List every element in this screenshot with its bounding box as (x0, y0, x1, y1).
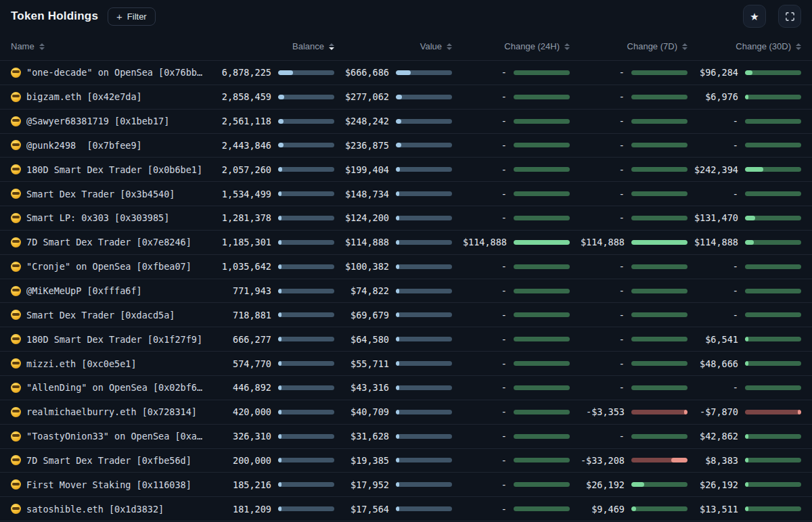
table-row[interactable]: satoshible.eth [0x1d3832] 181,209 $17,56… (0, 497, 812, 521)
table-row[interactable]: First Mover Staking [0x116038] 185,216 $… (0, 473, 812, 497)
value-bar (396, 143, 452, 147)
holder-name: mizzi.eth [0xc0e5e1] (26, 358, 137, 369)
holder-name: 180D Smart Dex Trader [0x0b6be1] (26, 164, 202, 175)
table-row[interactable]: "AllenDing" on OpenSea [0x02bf6… 446,892… (0, 376, 812, 400)
sort-arrows-icon (564, 43, 570, 50)
filter-button-label: Filter (127, 11, 147, 22)
value-amount: $40,709 (351, 406, 389, 417)
change-7d-value: - (619, 140, 625, 151)
column-header-change-7d[interactable]: Change (7D) (570, 41, 687, 51)
change-24h-cell: - (452, 91, 570, 102)
table-row[interactable]: realmichaelburry.eth [0x728314] 420,000 … (0, 400, 812, 425)
change-24h-value: - (501, 67, 507, 78)
value-amount: $55,711 (351, 358, 389, 369)
table-row[interactable]: Smart Dex Trader [0x3b4540] 1,534,499 $1… (0, 182, 812, 206)
change-30d-bar (745, 95, 801, 99)
name-cell: Smart Dex Trader [0xdacd5a] (11, 310, 210, 321)
change-30d-value: - (733, 140, 738, 151)
change-30d-cell: $42,862 (687, 431, 801, 442)
sort-arrows-icon (39, 43, 45, 50)
change-24h-cell: - (452, 189, 570, 199)
change-7d-cell: - (570, 164, 687, 175)
change-7d-bar (631, 506, 687, 511)
balance-value: 6,878,225 (222, 67, 271, 78)
change-30d-value: - (733, 310, 738, 321)
change-7d-value: -$33,208 (581, 455, 625, 466)
column-header-name[interactable]: Name (11, 41, 210, 51)
change-24h-bar (514, 434, 570, 439)
balance-bar (278, 458, 334, 462)
sunglasses-emoji-icon (11, 189, 21, 199)
change-24h-cell: - (452, 140, 570, 151)
column-header-change-30d[interactable]: Change (30D) (687, 41, 801, 51)
change-7d-cell: - (570, 382, 687, 393)
value-cell: $148,734 (334, 189, 452, 199)
table-row[interactable]: bigzam.eth [0x42e7da] 2,858,459 $277,062… (0, 85, 812, 110)
value-bar (396, 119, 452, 124)
table-row[interactable]: 7D Smart Dex Trader [0x7e8246] 1,185,301… (0, 231, 812, 255)
column-header-value[interactable]: Value (334, 41, 452, 51)
value-bar (396, 385, 452, 390)
table-row[interactable]: Smart Dex Trader [0xdacd5a] 718,881 $69,… (0, 303, 812, 327)
change-7d-value: - (619, 91, 625, 102)
column-header-balance[interactable]: Balance (210, 41, 334, 51)
table-row[interactable]: 180D Smart Dex Trader [0x1f27f9] 666,277… (0, 327, 812, 352)
table-row[interactable]: 180D Smart Dex Trader [0x0b6be1] 2,057,2… (0, 158, 812, 182)
sort-arrows-icon (796, 43, 801, 50)
change-7d-bar (631, 264, 687, 269)
change-7d-cell: - (570, 285, 687, 296)
value-bar (396, 240, 452, 245)
change-7d-bar (631, 312, 687, 317)
value-amount: $64,580 (351, 334, 389, 345)
name-cell: 7D Smart Dex Trader [0xfbe56d] (11, 455, 210, 466)
table-row[interactable]: @MiKeMeUpP [0xfffa6f] 771,943 $74,822 - … (0, 279, 812, 304)
table-row[interactable]: Smart LP: 0x303 [0x303985] 1,281,378 $12… (0, 206, 812, 231)
column-header-change-24h-label: Change (24H) (504, 41, 560, 51)
change-24h-value: - (501, 212, 507, 223)
change-24h-value: - (501, 382, 507, 393)
balance-value: 326,310 (233, 431, 271, 442)
change-24h-value: - (501, 285, 507, 296)
fullscreen-button[interactable] (778, 5, 801, 28)
table-row[interactable]: "one-decade" on OpenSea [0x76bb… 6,878,2… (0, 61, 812, 85)
change-24h-bar (514, 216, 570, 220)
change-7d-cell: - (570, 310, 687, 321)
change-24h-value: - (501, 406, 507, 417)
holder-name: "one-decade" on OpenSea [0x76bb… (26, 67, 202, 78)
sunglasses-emoji-icon (11, 383, 21, 393)
change-24h-cell: - (452, 67, 570, 78)
sunglasses-emoji-icon (11, 358, 21, 369)
change-7d-cell: $26,192 (570, 479, 687, 490)
balance-cell: 574,770 (210, 358, 334, 369)
value-bar (396, 434, 452, 439)
value-amount: $31,628 (351, 431, 389, 442)
value-bar (396, 458, 452, 462)
table-row[interactable]: "ToastyOnion33" on OpenSea [0xa… 326,310… (0, 425, 812, 449)
table-row[interactable]: "Cronje" on OpenSea [0xfbea07] 1,035,642… (0, 255, 812, 279)
favorite-button[interactable]: ★ (743, 5, 766, 28)
change-7d-cell: - (570, 116, 687, 126)
table-row[interactable]: mizzi.eth [0xc0e5e1] 574,770 $55,711 - -… (0, 352, 812, 376)
balance-bar (278, 95, 334, 99)
value-bar (396, 191, 452, 196)
sunglasses-emoji-icon (11, 140, 21, 150)
value-amount: $74,822 (351, 285, 389, 296)
change-24h-value: - (501, 189, 507, 199)
change-7d-value: - (619, 212, 625, 223)
table-row[interactable]: @Sawyer68381719 [0x1beb17] 2,561,118 $24… (0, 110, 812, 134)
change-24h-cell: - (452, 310, 570, 321)
value-bar (396, 70, 452, 75)
change-7d-cell: -$33,208 (570, 455, 687, 466)
column-header-change-24h[interactable]: Change (24H) (452, 41, 570, 51)
change-30d-bar (745, 434, 801, 439)
table-row[interactable]: 7D Smart Dex Trader [0xfbe56d] 200,000 $… (0, 449, 812, 473)
value-amount: $17,952 (351, 479, 389, 490)
change-24h-cell: - (452, 455, 570, 466)
filter-button[interactable]: + Filter (108, 7, 156, 26)
table-row[interactable]: @punk2498_ [0x7bfee9] 2,443,846 $236,875… (0, 134, 812, 158)
balance-bar (278, 167, 334, 172)
value-bar (396, 361, 452, 366)
name-cell: "one-decade" on OpenSea [0x76bb… (11, 67, 210, 78)
value-cell: $43,316 (334, 382, 452, 393)
change-7d-cell: - (570, 261, 687, 272)
